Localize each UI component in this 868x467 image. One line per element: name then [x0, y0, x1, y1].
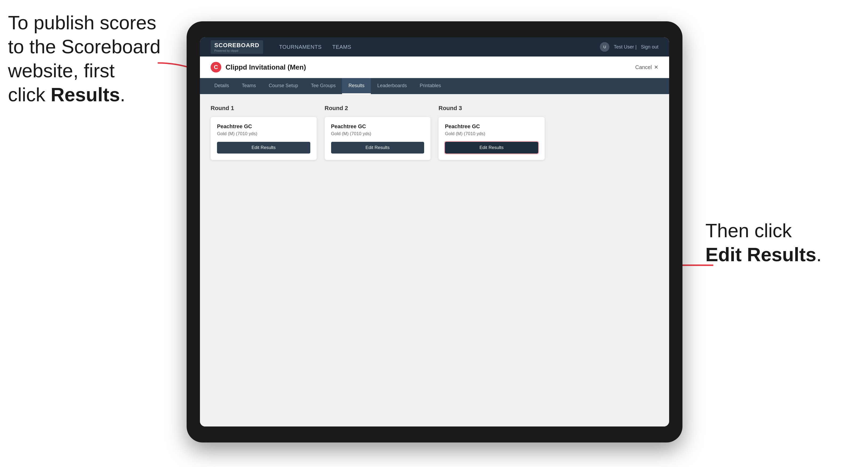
tab-teams[interactable]: Teams: [236, 78, 262, 94]
sign-out-link[interactable]: Sign out: [641, 44, 658, 50]
round-3-title: Round 3: [438, 105, 545, 112]
round-3-details: Gold (M) (7010 yds): [445, 131, 538, 136]
annotation-right: Then click Edit Results.: [705, 219, 860, 267]
logo-text: SCOREBOARD: [214, 42, 259, 49]
nav-teams[interactable]: TEAMS: [333, 44, 351, 50]
tab-leaderboards[interactable]: Leaderboards: [371, 78, 413, 94]
clippd-logo: C: [211, 62, 221, 72]
nav-right: U Test User | Sign out: [600, 42, 658, 52]
round-2-details: Gold (M) (7010 yds): [331, 131, 425, 136]
instruction-text: To publish scores to the Scoreboard webs…: [8, 11, 163, 106]
round-3-column: Round 3 Peachtree GC Gold (M) (7010 yds)…: [438, 105, 545, 160]
tab-tee-groups[interactable]: Tee Groups: [304, 78, 342, 94]
edit-results-button-3[interactable]: Edit Results: [445, 142, 538, 154]
cancel-button[interactable]: Cancel ✕: [635, 64, 658, 70]
round-1-column: Round 1 Peachtree GC Gold (M) (7010 yds)…: [211, 105, 317, 160]
tournament-header: C Clippd Invitational (Men) Cancel ✕: [200, 57, 669, 78]
user-avatar: U: [600, 42, 610, 52]
logo-area: SCOREBOARD Powered by clippd: [211, 40, 263, 54]
tablet-device: SCOREBOARD Powered by clippd TOURNAMENTS…: [187, 21, 682, 442]
user-name: Test User |: [614, 44, 637, 50]
round-1-title: Round 1: [211, 105, 317, 112]
logo-box: SCOREBOARD Powered by clippd: [211, 40, 263, 54]
tab-navigation: Details Teams Course Setup Tee Groups Re…: [200, 78, 669, 94]
logo-sub: Powered by clippd: [214, 49, 259, 52]
round-3-course: Peachtree GC: [445, 123, 538, 129]
round-2-card: Peachtree GC Gold (M) (7010 yds) Edit Re…: [325, 117, 431, 160]
edit-results-button-2[interactable]: Edit Results: [331, 142, 425, 154]
tab-results[interactable]: Results: [342, 78, 371, 94]
nav-tournaments[interactable]: TOURNAMENTS: [279, 44, 322, 50]
tournament-title-area: C Clippd Invitational (Men): [211, 62, 306, 72]
round-2-course: Peachtree GC: [331, 123, 425, 129]
edit-results-button-1[interactable]: Edit Results: [217, 142, 310, 154]
tournament-name: Clippd Invitational (Men): [225, 63, 306, 71]
round-2-title: Round 2: [325, 105, 431, 112]
round-1-course: Peachtree GC: [217, 123, 310, 129]
tab-printables[interactable]: Printables: [413, 78, 447, 94]
round-3-card: Peachtree GC Gold (M) (7010 yds) Edit Re…: [438, 117, 545, 160]
top-nav: SCOREBOARD Powered by clippd TOURNAMENTS…: [200, 37, 669, 57]
round-1-card: Peachtree GC Gold (M) (7010 yds) Edit Re…: [211, 117, 317, 160]
round-2-column: Round 2 Peachtree GC Gold (M) (7010 yds)…: [325, 105, 431, 160]
tab-details[interactable]: Details: [208, 78, 236, 94]
rounds-grid: Round 1 Peachtree GC Gold (M) (7010 yds)…: [211, 105, 658, 160]
nav-links: TOURNAMENTS TEAMS: [279, 44, 600, 50]
content-area: Round 1 Peachtree GC Gold (M) (7010 yds)…: [200, 94, 669, 427]
tablet-screen: SCOREBOARD Powered by clippd TOURNAMENTS…: [200, 37, 669, 427]
round-1-details: Gold (M) (7010 yds): [217, 131, 310, 136]
tab-course-setup[interactable]: Course Setup: [262, 78, 304, 94]
round-4-column-empty: [553, 105, 659, 160]
